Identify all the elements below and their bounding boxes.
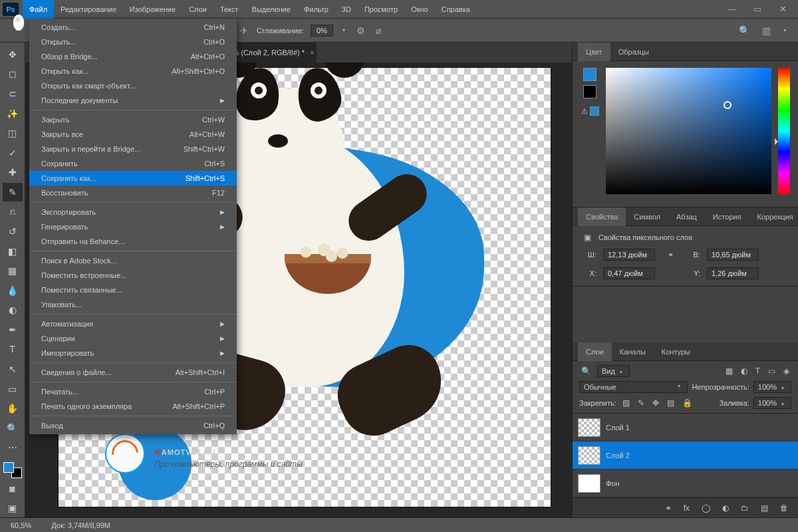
search-icon[interactable]: 🔍 bbox=[737, 25, 752, 36]
menu-item[interactable]: Последние документы▶ bbox=[29, 93, 237, 108]
menu-item[interactable]: Генерировать▶ bbox=[29, 219, 237, 234]
lock-all-icon[interactable]: 🔒 bbox=[680, 398, 694, 408]
tab-paragraph[interactable]: Абзац bbox=[668, 207, 705, 226]
marquee-tool[interactable]: ◻ bbox=[3, 65, 23, 84]
menu-окно[interactable]: Окно bbox=[404, 0, 435, 19]
minimize-button[interactable]: ― bbox=[720, 0, 745, 19]
blur-tool[interactable]: 💧 bbox=[3, 281, 23, 300]
y-input[interactable]: 1,26 дюйм bbox=[707, 267, 759, 279]
menu-item[interactable]: СохранитьCtrl+S bbox=[29, 156, 237, 171]
tab-swatches[interactable]: Образцы bbox=[610, 43, 657, 61]
path-select-tool[interactable]: ↖ bbox=[3, 360, 23, 378]
menu-item[interactable]: Импортировать▶ bbox=[29, 346, 237, 360]
layer-row[interactable]: 👁Слой 2 bbox=[573, 442, 798, 469]
filter-image-icon[interactable]: ▦ bbox=[724, 366, 735, 376]
layer-thumbnail[interactable] bbox=[578, 446, 600, 465]
layer-thumbnail[interactable] bbox=[578, 418, 600, 437]
edit-toolbar[interactable]: ⋯ bbox=[3, 439, 23, 458]
menu-item[interactable]: Открыть как...Alt+Shift+Ctrl+O bbox=[29, 64, 237, 78]
layer-mask-icon[interactable]: ◯ bbox=[700, 503, 712, 513]
menu-item[interactable]: Открыть...Ctrl+O bbox=[29, 35, 237, 49]
menu-файл[interactable]: Файл bbox=[23, 0, 54, 19]
tab-layers[interactable]: Слои bbox=[578, 342, 612, 361]
screen-mode-tool[interactable]: ▣ bbox=[3, 499, 23, 517]
new-group-icon[interactable]: 🗀 bbox=[739, 503, 751, 513]
crop-tool[interactable]: ◫ bbox=[3, 124, 23, 142]
zoom-tool[interactable]: 🔍 bbox=[3, 419, 23, 438]
eraser-tool[interactable]: ◧ bbox=[3, 242, 23, 261]
width-input[interactable]: 12,13 дюйм bbox=[603, 249, 655, 261]
zoom-level[interactable]: 60,5% bbox=[11, 521, 31, 529]
close-icon[interactable]: × bbox=[310, 49, 314, 57]
pen-tool[interactable]: ✒ bbox=[3, 321, 23, 339]
filter-type-icon[interactable]: T bbox=[753, 366, 762, 376]
move-tool[interactable]: ✥ bbox=[3, 45, 23, 64]
lock-transparency-icon[interactable]: ▨ bbox=[620, 398, 632, 408]
maximize-button[interactable]: ▭ bbox=[745, 0, 770, 19]
healing-brush-tool[interactable]: ✚ bbox=[3, 163, 23, 182]
dodge-tool[interactable]: ◐ bbox=[3, 301, 23, 320]
menu-изображение[interactable]: Изображение bbox=[123, 0, 182, 19]
gear-icon[interactable]: ⚙ bbox=[354, 25, 367, 36]
lasso-tool[interactable]: ⊂ bbox=[3, 84, 23, 103]
pressure-size-icon[interactable]: ⌀ bbox=[374, 25, 383, 36]
tab-history[interactable]: История bbox=[705, 207, 749, 226]
menu-item[interactable]: Создать...Ctrl+N bbox=[29, 20, 237, 35]
menu-item[interactable]: Сохранить как...Shift+Ctrl+S bbox=[29, 171, 237, 186]
background-swatch[interactable] bbox=[583, 85, 597, 98]
delete-layer-icon[interactable]: 🗑 bbox=[778, 503, 790, 513]
clone-stamp-tool[interactable]: ⎌ bbox=[3, 203, 23, 221]
tab-color[interactable]: Цвет bbox=[578, 43, 610, 61]
height-input[interactable]: 10,65 дюйм bbox=[707, 249, 759, 261]
menu-item[interactable]: ВосстановитьF12 bbox=[29, 186, 237, 200]
menu-редактирование[interactable]: Редактирование bbox=[54, 0, 123, 19]
tab-properties[interactable]: Свойства bbox=[578, 207, 626, 226]
new-layer-icon[interactable]: ▤ bbox=[759, 503, 770, 513]
gradient-tool[interactable]: ▦ bbox=[3, 261, 23, 280]
layer-fill-input[interactable]: 100% ▾ bbox=[753, 397, 791, 409]
airbrush-icon[interactable]: ✈ bbox=[238, 25, 250, 36]
menu-текст[interactable]: Текст bbox=[213, 0, 245, 19]
x-input[interactable]: 0,47 дюйм bbox=[603, 267, 655, 279]
menu-справка[interactable]: Справка bbox=[435, 0, 477, 19]
hand-tool[interactable]: ✋ bbox=[3, 399, 23, 418]
menu-item[interactable]: ВыходCtrl+Q bbox=[29, 418, 237, 433]
filter-smart-icon[interactable]: ◈ bbox=[781, 366, 791, 376]
close-button[interactable]: ✕ bbox=[770, 0, 795, 19]
gamut-warning-icon[interactable]: ⚠ bbox=[581, 107, 588, 116]
history-brush-tool[interactable]: ↺ bbox=[3, 222, 23, 241]
filter-adjust-icon[interactable]: ◐ bbox=[739, 366, 749, 376]
menu-item[interactable]: Отправить на Behance... bbox=[29, 234, 237, 249]
menu-item[interactable]: Поиск в Adobe Stock... bbox=[29, 253, 237, 268]
color-swatches[interactable] bbox=[3, 462, 22, 478]
tab-paths[interactable]: Контуры bbox=[654, 342, 698, 361]
layer-fx-icon[interactable]: fx bbox=[682, 503, 692, 513]
layer-name[interactable]: Слой 2 bbox=[606, 452, 630, 460]
menu-item[interactable]: Поместить связанные... bbox=[29, 283, 237, 297]
magic-wand-tool[interactable]: ✨ bbox=[3, 104, 23, 123]
lock-pixels-icon[interactable]: ✎ bbox=[636, 398, 646, 408]
lock-position-icon[interactable]: ✥ bbox=[650, 398, 661, 408]
workspace-icon[interactable]: ▥ bbox=[760, 25, 773, 36]
filter-shape-icon[interactable]: ▭ bbox=[766, 366, 777, 376]
tab-channels[interactable]: Каналы bbox=[612, 342, 654, 361]
brush-tool[interactable]: ✎ bbox=[3, 183, 23, 201]
menu-item[interactable]: Экспортировать▶ bbox=[29, 205, 237, 219]
lock-artboard-icon[interactable]: ▤ bbox=[665, 398, 676, 408]
gamut-swatch[interactable] bbox=[590, 106, 599, 116]
layer-opacity-input[interactable]: 100% ▾ bbox=[753, 381, 791, 393]
menu-выделение[interactable]: Выделение bbox=[245, 0, 297, 19]
blend-mode-select[interactable]: Обычные ▾ bbox=[579, 381, 688, 393]
layer-thumbnail[interactable] bbox=[578, 474, 600, 493]
menu-item[interactable]: Автоматизация▶ bbox=[29, 317, 237, 331]
type-tool[interactable]: T bbox=[3, 340, 23, 359]
menu-item[interactable]: Печать одного экземпляраAlt+Shift+Ctrl+P bbox=[29, 399, 237, 414]
menu-item[interactable]: Сценарии▶ bbox=[29, 331, 237, 346]
layer-row[interactable]: 👁Слой 1 bbox=[573, 414, 798, 442]
layer-filter-select[interactable]: Вид ▾ bbox=[597, 365, 630, 377]
menu-item[interactable]: Закрыть и перейти в Bridge...Shift+Ctrl+… bbox=[29, 142, 237, 156]
layer-name[interactable]: Слой 1 bbox=[606, 424, 630, 432]
layer-row[interactable]: 👁Фон bbox=[573, 469, 798, 497]
shape-tool[interactable]: ▭ bbox=[3, 380, 23, 398]
menu-item[interactable]: Сведения о файле...Alt+Shift+Ctrl+I bbox=[29, 365, 237, 380]
